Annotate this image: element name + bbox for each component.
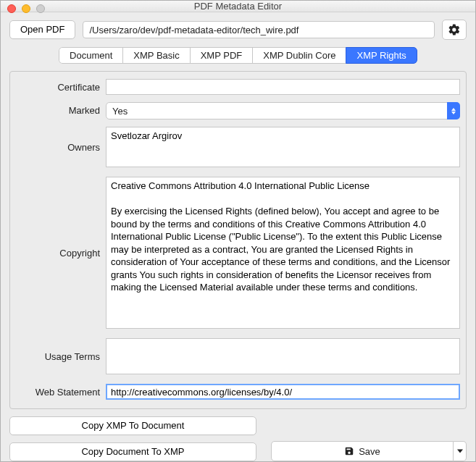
tab-xmp-basic[interactable]: XMP Basic bbox=[122, 47, 190, 64]
tab-xmp-rights[interactable]: XMP Rights bbox=[346, 47, 417, 64]
certificate-label: Certificate bbox=[10, 79, 106, 95]
owners-input[interactable] bbox=[106, 127, 460, 167]
close-window-button[interactable] bbox=[7, 4, 16, 13]
bottom-bar: Copy XMP To Document Copy Document To XM… bbox=[1, 409, 475, 462]
file-path-field[interactable]: /Users/zaro/dev/pdf-metadata-editor/tech… bbox=[83, 21, 435, 38]
tab-xmp-dublin-core[interactable]: XMP Dublin Core bbox=[252, 47, 346, 64]
usage-terms-label: Usage Terms bbox=[10, 338, 106, 374]
tab-xmp-pdf[interactable]: XMP PDF bbox=[190, 47, 254, 64]
open-pdf-button[interactable]: Open PDF bbox=[9, 20, 75, 39]
titlebar: PDF Metadata Editor bbox=[1, 1, 475, 12]
usage-terms-input[interactable] bbox=[106, 338, 460, 374]
toolbar: Open PDF /Users/zaro/dev/pdf-metadata-ed… bbox=[1, 12, 475, 44]
window-title: PDF Metadata Editor bbox=[194, 1, 282, 12]
window-controls bbox=[7, 4, 45, 13]
save-button-group: Save bbox=[271, 441, 467, 461]
web-statement-input[interactable] bbox=[106, 384, 460, 400]
zoom-window-button[interactable] bbox=[36, 4, 45, 13]
save-dropdown-button[interactable] bbox=[454, 441, 467, 461]
save-button[interactable]: Save bbox=[271, 441, 454, 461]
copyright-input[interactable] bbox=[106, 177, 460, 329]
chevron-down-icon bbox=[457, 448, 463, 454]
gear-icon bbox=[448, 23, 461, 36]
app-window: PDF Metadata Editor Open PDF /Users/zaro… bbox=[0, 0, 476, 462]
tab-document[interactable]: Document bbox=[59, 47, 123, 64]
marked-label: Marked bbox=[10, 102, 106, 119]
marked-select[interactable]: Yes bbox=[106, 102, 460, 119]
owners-label: Owners bbox=[10, 127, 106, 167]
tabs: Document XMP Basic XMP PDF XMP Dublin Co… bbox=[1, 44, 475, 71]
copy-document-to-xmp-button[interactable]: Copy Document To XMP bbox=[9, 442, 256, 461]
settings-button[interactable] bbox=[442, 20, 467, 40]
copyright-label: Copyright bbox=[10, 177, 106, 329]
certificate-input[interactable] bbox=[106, 79, 460, 95]
web-statement-label: Web Statement bbox=[10, 384, 106, 400]
save-button-label: Save bbox=[359, 446, 380, 457]
copy-xmp-to-document-button[interactable]: Copy XMP To Document bbox=[9, 416, 256, 435]
tabstrip: Document XMP Basic XMP PDF XMP Dublin Co… bbox=[59, 47, 417, 64]
form-panel: Certificate Marked Yes Owners bbox=[9, 71, 467, 409]
minimize-window-button[interactable] bbox=[22, 4, 30, 13]
marked-select-value: Yes bbox=[112, 106, 128, 117]
file-path-text: /Users/zaro/dev/pdf-metadata-editor/tech… bbox=[89, 25, 298, 35]
save-icon bbox=[344, 446, 354, 456]
